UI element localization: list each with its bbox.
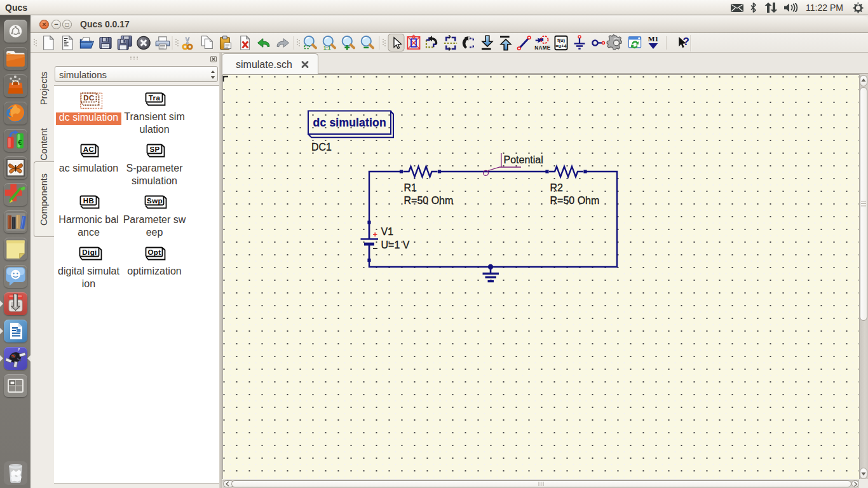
svg-text:1:1: 1:1 — [323, 45, 331, 51]
svg-text:M1: M1 — [648, 35, 659, 43]
svg-text:HB: HB — [83, 197, 94, 205]
svg-text:€: € — [18, 139, 22, 146]
svg-text:AC: AC — [83, 146, 94, 153]
svg-text:NAME: NAME — [534, 45, 551, 51]
svg-text:Opt: Opt — [148, 248, 161, 256]
svg-text:Digi: Digi — [82, 248, 97, 256]
svg-text:SP: SP — [149, 146, 159, 153]
svg-text:f(u): f(u) — [557, 37, 565, 43]
svg-text:DC: DC — [83, 94, 94, 102]
svg-text:?: ? — [682, 36, 689, 48]
svg-text:Tra: Tra — [149, 93, 161, 101]
svg-text:=u+4: =u+4 — [555, 43, 567, 49]
svg-text:Swp: Swp — [147, 197, 163, 205]
